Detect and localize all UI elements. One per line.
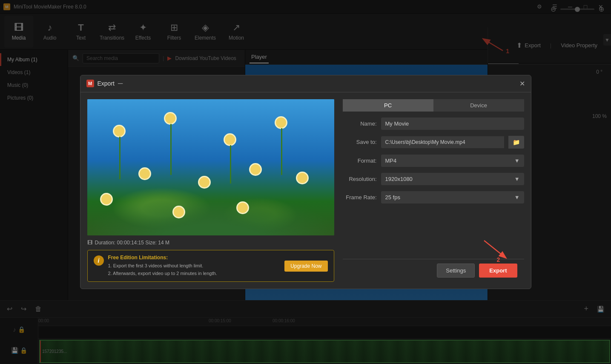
export-final-label: Export	[489, 267, 507, 274]
settings-button[interactable]: Settings	[437, 264, 475, 278]
resolution-dropdown-icon[interactable]: ▼	[510, 173, 524, 185]
flower-1	[113, 125, 126, 138]
resolution-label: Resolution:	[343, 176, 377, 182]
flowers-bg	[87, 99, 334, 235]
limitations-text: Free Edition Limitations: 1. Export the …	[108, 255, 281, 277]
stem-3	[230, 145, 231, 183]
format-value: MP4	[381, 155, 510, 167]
flower-10	[172, 206, 185, 218]
format-dropdown-icon[interactable]: ▼	[510, 155, 524, 167]
upgrade-button[interactable]: Upgrade Now	[284, 261, 327, 272]
modal-settings: PC Device Name: Save to: 📁	[343, 99, 524, 282]
name-label: Name:	[343, 120, 377, 127]
frame-rate-label: Frame Rate:	[343, 194, 377, 201]
folder-browse-button[interactable]: 📁	[508, 136, 524, 149]
film-icon: 🎞	[87, 240, 92, 246]
limitations-title: Free Edition Limitations:	[108, 255, 281, 261]
stem-4	[281, 128, 282, 175]
save-to-input[interactable]	[381, 136, 504, 148]
folder-icon: 📁	[513, 139, 520, 146]
device-tab[interactable]: Device	[433, 99, 524, 112]
upgrade-label: Upgrade Now	[290, 263, 321, 269]
flower-9	[100, 193, 113, 206]
modal-info: 🎞 Duration: 00:00:14:15 Size: 14 M	[87, 240, 334, 246]
flower-7	[249, 163, 262, 176]
frame-rate-select[interactable]: 25 fps ▼	[381, 191, 524, 203]
pc-device-tabs: PC Device	[343, 99, 524, 112]
stem-1	[119, 137, 120, 179]
modal-title: Export	[98, 80, 115, 87]
info-icon: i	[94, 255, 104, 266]
flower-2	[164, 112, 177, 125]
format-select[interactable]: MP4 ▼	[381, 155, 524, 167]
flower-8	[296, 172, 309, 184]
export-modal: M Export ─ ✕	[80, 75, 531, 289]
frame-rate-dropdown-icon[interactable]: ▼	[510, 191, 524, 203]
resolution-select[interactable]: 1920x1080 ▼	[381, 173, 524, 185]
settings-label: Settings	[446, 267, 466, 274]
stem-2	[170, 124, 172, 175]
flower-11	[236, 201, 249, 214]
pc-tab-label: PC	[384, 102, 392, 109]
limitation-2: 2. Afterwards, export video up to 2 minu…	[108, 270, 281, 278]
resolution-row: Resolution: 1920x1080 ▼	[343, 173, 524, 185]
modal-overlay: M Export ─ ✕	[0, 0, 611, 364]
flower-3	[224, 133, 236, 146]
flower-6	[198, 176, 211, 189]
frame-rate-row: Frame Rate: 25 fps ▼	[343, 191, 524, 203]
modal-app-icon: M	[86, 80, 94, 87]
pc-tab[interactable]: PC	[343, 99, 433, 112]
flower-4	[275, 116, 287, 129]
limitation-1: 1. Export the first 3 videos without len…	[108, 262, 281, 270]
modal-body: 🎞 Duration: 00:00:14:15 Size: 14 M i Fre…	[80, 92, 531, 289]
name-input[interactable]	[381, 118, 524, 130]
name-row: Name:	[343, 118, 524, 130]
resolution-value: 1920x1080	[381, 173, 510, 185]
export-final-button[interactable]: Export	[479, 264, 517, 278]
modal-icon-text: M	[88, 81, 92, 86]
modal-minimize-button[interactable]: ─	[118, 80, 123, 87]
save-to-row: Save to: 📁	[343, 136, 524, 149]
limitations-box: i Free Edition Limitations: 1. Export th…	[87, 250, 334, 282]
modal-header: M Export ─ ✕	[80, 75, 531, 92]
duration-size-text: Duration: 00:00:14:15 Size: 14 M	[95, 240, 169, 246]
modal-preview: 🎞 Duration: 00:00:14:15 Size: 14 M i Fre…	[87, 99, 334, 282]
device-tab-label: Device	[470, 102, 487, 109]
flower-5	[138, 167, 151, 180]
format-row: Format: MP4 ▼	[343, 155, 524, 167]
modal-footer: Settings Export	[343, 259, 524, 282]
save-to-label: Save to:	[343, 139, 377, 145]
frame-rate-value: 25 fps	[381, 191, 510, 203]
format-label: Format:	[343, 158, 377, 164]
preview-image	[87, 99, 334, 235]
arrow-annotation-2	[480, 236, 514, 262]
modal-close-button[interactable]: ✕	[519, 80, 525, 88]
